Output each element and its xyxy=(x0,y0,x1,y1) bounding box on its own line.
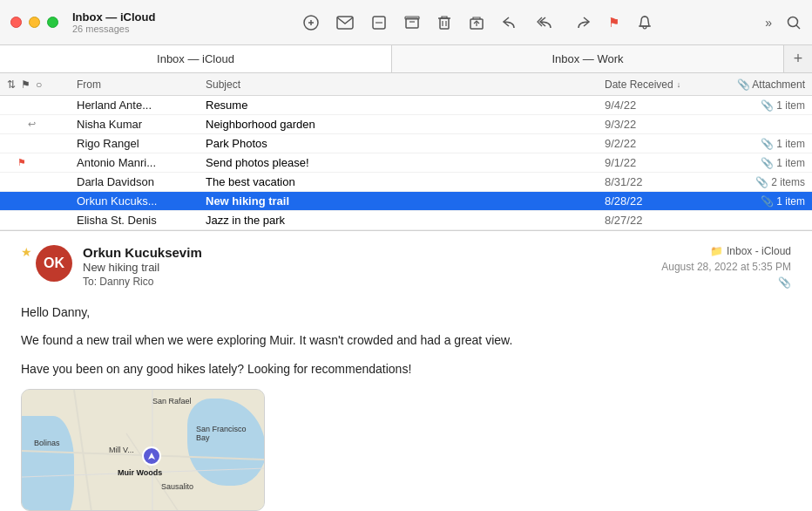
email-row[interactable]: Darla DavidsonThe best vacation8/31/22📎 … xyxy=(0,173,812,192)
detail-header: ★ OK Orkun Kucuksevim New hiking trail T… xyxy=(21,245,791,289)
row-subject: Resume xyxy=(206,99,605,112)
read-indicator xyxy=(7,121,14,128)
read-indicator xyxy=(7,140,14,147)
row-from: Elisha St. Denis xyxy=(77,214,206,227)
no-reply xyxy=(28,140,35,147)
compose-icon[interactable] xyxy=(303,15,319,31)
svg-point-16 xyxy=(788,17,798,26)
no-reply xyxy=(28,179,35,186)
forward-icon[interactable] xyxy=(573,16,591,30)
attachment-col-icon: 📎 xyxy=(737,78,750,91)
map-label-sausalito: Sausalito xyxy=(161,482,193,491)
attachment-clip-icon: 📎 xyxy=(761,157,774,169)
map-label-millv: Mill V... xyxy=(109,446,134,454)
row-flags: ⚑ xyxy=(7,157,77,168)
row-date: 9/1/22 xyxy=(605,156,718,169)
row-flags xyxy=(7,179,77,186)
unread-col-icon: ○ xyxy=(36,78,42,91)
detail-inbox-badge: 📁 Inbox - iCloud xyxy=(710,245,791,257)
edit-icon[interactable] xyxy=(371,15,387,31)
svg-line-18 xyxy=(74,390,91,510)
row-flags: ↩ xyxy=(7,119,77,130)
map-muirwoods-label: Muir Woods xyxy=(118,468,162,477)
attachment-indicator: 📎 xyxy=(778,276,791,289)
email-subject-detail: New hiking trail xyxy=(83,261,661,274)
bell-icon[interactable] xyxy=(637,15,653,31)
col-date-header[interactable]: Date Received ↓ xyxy=(605,78,718,91)
col-from-header[interactable]: From xyxy=(77,78,206,91)
sender-name: Orkun Kucuksevim xyxy=(83,245,661,260)
add-tab-button[interactable]: + xyxy=(784,45,812,72)
no-reply xyxy=(30,160,37,167)
no-flag xyxy=(17,179,24,186)
fullscreen-button[interactable] xyxy=(47,17,58,28)
row-date: 8/31/22 xyxy=(605,175,718,188)
row-date: 9/4/22 xyxy=(605,99,718,112)
titlebar: Inbox — iCloud 26 messages ⚑ xyxy=(0,0,812,45)
reply-icon[interactable] xyxy=(502,16,519,30)
email-row[interactable]: Elisha St. DenisJazz in the park8/27/22 xyxy=(0,211,812,230)
row-subject: Neighborhood garden xyxy=(206,118,605,131)
sort-toggle-icon[interactable]: ⇅ xyxy=(7,78,16,91)
email-row[interactable]: Rigo RangelPark Photos9/2/22📎 1 item xyxy=(0,134,812,153)
email-row[interactable]: Herland Ante...Resume9/4/22📎 1 item xyxy=(0,96,812,115)
svg-rect-9 xyxy=(440,18,449,29)
row-flags xyxy=(7,140,77,147)
flag-icon[interactable]: ⚑ xyxy=(608,15,619,31)
email-detail: ★ OK Orkun Kucuksevim New hiking trail T… xyxy=(0,231,812,511)
attachment-clip-icon: 📎 xyxy=(755,176,768,188)
reply-all-icon[interactable] xyxy=(537,16,556,30)
detail-meta: 📁 Inbox - iCloud August 28, 2022 at 5:35… xyxy=(661,245,791,289)
email-row[interactable]: ↩Nisha KumarNeighborhood garden9/3/22 xyxy=(0,115,812,134)
map-pin xyxy=(142,446,161,466)
read-indicator xyxy=(7,217,14,224)
row-attachment: 📎 1 item xyxy=(718,157,805,169)
row-from: Orkun Kucuks... xyxy=(77,194,206,208)
row-date: 8/28/22 xyxy=(605,194,718,208)
more-icon[interactable]: » xyxy=(765,16,772,30)
email-rows: Herland Ante...Resume9/4/22📎 1 item↩Nish… xyxy=(0,96,812,230)
window-title-main: Inbox — iCloud xyxy=(72,10,155,24)
body-greeting: Hello Danny, xyxy=(21,303,791,322)
no-flag xyxy=(17,121,24,128)
map-attachment[interactable]: San Rafael San FranciscoBay Bolinas Mill… xyxy=(21,389,265,511)
row-flags xyxy=(7,102,77,109)
move-icon[interactable] xyxy=(469,15,484,31)
date-sort-icon: ↓ xyxy=(677,80,681,89)
tab-icloud[interactable]: Inbox — iCloud xyxy=(0,45,392,72)
tab-work[interactable]: Inbox — Work xyxy=(392,45,784,72)
map-label-bolinas: Bolinas xyxy=(34,439,60,447)
close-button[interactable] xyxy=(10,17,22,28)
row-date: 9/2/22 xyxy=(605,137,718,150)
email-row[interactable]: ⚑Antonio Manri...Send photos please!9/1/… xyxy=(0,153,812,173)
svg-rect-3 xyxy=(337,17,353,29)
svg-line-17 xyxy=(796,25,800,29)
mail-icon[interactable] xyxy=(336,16,354,30)
col-flags-header: ⇅ ⚑ ○ xyxy=(7,78,77,91)
minimize-button[interactable] xyxy=(29,17,40,28)
tabbar: Inbox — iCloud Inbox — Work + xyxy=(0,45,812,73)
detail-sender-info: Orkun Kucuksevim New hiking trail To: Da… xyxy=(83,245,661,288)
toolbar-right: » xyxy=(765,15,802,31)
col-subject-header[interactable]: Subject xyxy=(206,78,605,91)
row-from: Rigo Rangel xyxy=(77,137,206,150)
email-row[interactable]: Orkun Kucuks...New hiking trail8/28/22📎 … xyxy=(0,192,812,211)
attachment-clip-icon: 📎 xyxy=(761,195,774,208)
no-reply xyxy=(28,102,35,109)
read-indicator xyxy=(7,102,14,109)
search-icon[interactable] xyxy=(786,15,802,31)
row-subject: Send photos please! xyxy=(206,156,605,169)
svg-rect-6 xyxy=(406,18,418,28)
map-label-sfbay: San FranciscoBay xyxy=(196,425,247,442)
row-flags xyxy=(7,217,77,224)
toolbar: ⚑ xyxy=(190,15,765,31)
no-reply xyxy=(28,198,35,205)
trash-icon[interactable] xyxy=(437,15,451,31)
archive-icon[interactable] xyxy=(404,15,420,31)
star-icon[interactable]: ★ xyxy=(21,245,32,259)
attachment-clip-icon: 📎 xyxy=(761,138,774,150)
detail-date: August 28, 2022 at 5:35 PM xyxy=(661,261,791,273)
row-subject: Park Photos xyxy=(206,137,605,150)
row-subject: The best vacation xyxy=(206,175,605,188)
row-attachment: 📎 2 items xyxy=(718,176,805,188)
